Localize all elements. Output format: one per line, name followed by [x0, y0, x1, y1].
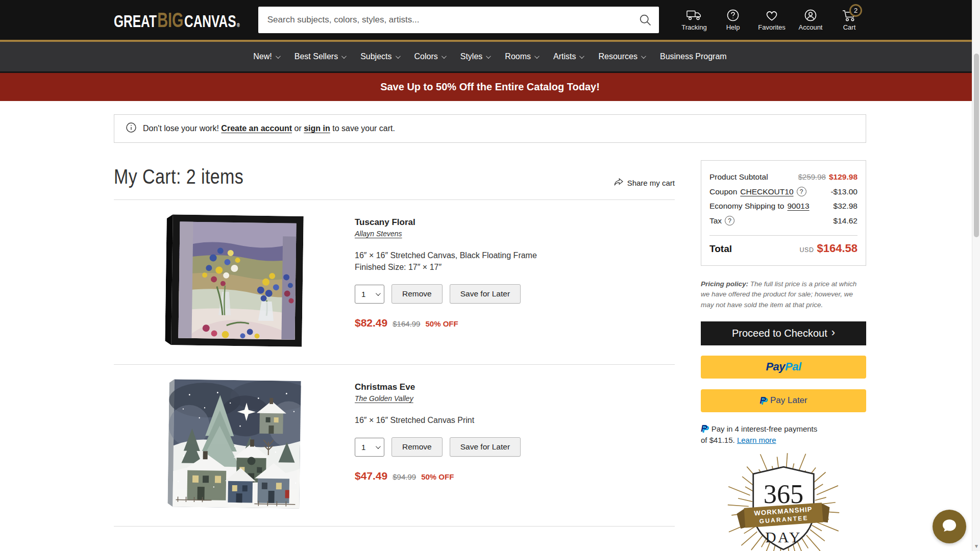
chevron-down-icon — [442, 54, 447, 59]
total-label: Total — [709, 243, 732, 255]
divider — [709, 235, 857, 236]
share-cart-button[interactable]: Share my cart — [614, 178, 675, 188]
cart-count-badge: 2 — [849, 4, 862, 17]
paypal-p-icon: PP — [701, 424, 707, 434]
nav-item-styles[interactable]: Styles — [460, 52, 490, 61]
list-price: $94.99 — [393, 472, 416, 481]
chevron-down-icon — [579, 54, 584, 59]
shipping-value: $32.98 — [834, 202, 857, 211]
subtotal-value: $129.98 — [829, 172, 857, 181]
chevron-down-icon — [341, 54, 347, 59]
logo-big: BIG — [157, 9, 184, 32]
logo-registered-mark: ® — [237, 22, 240, 28]
paypal-p-icon: PP — [760, 396, 766, 406]
chat-button[interactable] — [933, 510, 966, 543]
share-icon — [614, 178, 624, 188]
chevron-down-icon — [534, 54, 540, 59]
scrollbar-thumb[interactable] — [974, 54, 979, 237]
shipping-zip-link[interactable]: 90013 — [787, 202, 809, 211]
product-name: Christmas Eve — [355, 382, 675, 392]
remove-button[interactable]: Remove — [391, 437, 443, 457]
nav-item-subjects[interactable]: Subjects — [360, 52, 399, 61]
cart-label: Cart — [843, 23, 856, 31]
search-input[interactable] — [258, 7, 659, 33]
currency-code: USD — [800, 246, 814, 254]
coupon-code-link[interactable]: CHECKOUT10 — [740, 187, 793, 196]
shipping-label: Economy Shipping to — [709, 202, 784, 211]
create-account-link[interactable]: Create an account — [221, 124, 292, 133]
artist-link[interactable]: The Golden Valley — [355, 394, 413, 403]
product-image-cell — [114, 379, 355, 508]
total-value: $164.58 — [817, 242, 857, 255]
coupon-help-icon[interactable]: ? — [797, 187, 806, 196]
sign-in-link[interactable]: sign in — [304, 124, 330, 133]
product-image-christmas-eve[interactable] — [167, 379, 301, 509]
order-summary: Product Subtotal $259.98$129.98 Coupon C… — [701, 160, 866, 266]
nav-item-business-program[interactable]: Business Program — [660, 52, 727, 61]
sale-price: $47.49 — [355, 470, 387, 482]
notice-text: Don't lose your work! Create an account … — [143, 124, 395, 133]
scrollbar: ▼ — [972, 0, 980, 551]
favorites-label: Favorites — [758, 23, 785, 31]
subtotal-list-price: $259.98 — [798, 172, 826, 181]
search-icon — [638, 21, 652, 29]
search-button[interactable] — [636, 12, 654, 29]
promo-banner[interactable]: Save Up to 50% Off the Entire Catalog To… — [0, 71, 980, 101]
discount-badge: 50% OFF — [425, 319, 458, 328]
learn-more-link[interactable]: Learn more — [737, 436, 776, 444]
chat-bubble-icon — [940, 516, 959, 537]
paypal-pay-later-button[interactable]: PP Pay Later — [701, 389, 866, 412]
nav-item-rooms[interactable]: Rooms — [505, 52, 538, 61]
order-summary-sidebar: Product Subtotal $259.98$129.98 Coupon C… — [701, 160, 866, 551]
favorites-button[interactable]: Favorites — [755, 9, 789, 31]
chevron-down-icon — [395, 54, 400, 59]
save-for-later-button[interactable]: Save for Later — [450, 284, 521, 304]
truck-icon — [686, 9, 702, 22]
product-image-tuscany-floral[interactable] — [165, 214, 304, 347]
nav-item-new[interactable]: New! — [253, 52, 279, 61]
scrollbar-down-arrow[interactable]: ▼ — [972, 543, 980, 549]
brand-logo[interactable]: GREATBIGCANVAS® — [114, 9, 240, 32]
tracking-label: Tracking — [681, 23, 706, 31]
tax-help-icon[interactable]: ? — [725, 216, 734, 226]
nav-item-colors[interactable]: Colors — [414, 52, 445, 61]
help-label: Help — [726, 23, 740, 31]
main-navigation: New! Best Sellers Subjects Colors Styles… — [0, 40, 980, 71]
remove-button[interactable]: Remove — [391, 284, 443, 304]
chevron-down-icon — [276, 54, 281, 59]
page-title: My Cart: 2 items — [114, 165, 243, 188]
save-cart-notice: Don't lose your work! Create an account … — [114, 114, 866, 143]
quantity-select[interactable]: 1 — [355, 438, 384, 457]
chevron-down-icon — [376, 444, 381, 449]
cart-section: My Cart: 2 items Share my cart — [114, 143, 675, 527]
quantity-select[interactable]: 1 — [355, 285, 384, 304]
cart-item-tuscany-floral: Tuscany Floral Allayn Stevens 16″ × 16″ … — [114, 200, 675, 364]
badge-number: 365 — [764, 479, 804, 509]
chevron-down-icon — [486, 54, 491, 59]
product-image-cell — [114, 214, 355, 346]
chevron-down-icon — [641, 54, 646, 59]
cart-button[interactable]: 2 Cart — [832, 9, 866, 31]
proceed-to-checkout-button[interactable]: Proceed to Checkout › — [701, 321, 866, 345]
account-button[interactable]: Account — [794, 9, 827, 31]
product-description: 16″ × 16″ Stretched Canvas, Black Floati… — [355, 249, 675, 273]
pay-in-4-note: PP Pay in 4 interest-free payments of $4… — [701, 423, 866, 446]
badge-day: DAY — [765, 530, 802, 546]
tracking-button[interactable]: Tracking — [677, 9, 711, 31]
paypal-button[interactable]: PayPal — [701, 356, 866, 379]
paypal-logo: PayPal — [766, 360, 801, 373]
chevron-down-icon — [376, 291, 381, 296]
info-icon — [126, 122, 137, 135]
header-actions: Tracking Help — [677, 9, 866, 31]
tax-label: Tax — [709, 216, 722, 226]
save-for-later-button[interactable]: Save for Later — [450, 437, 521, 457]
workmanship-guarantee-badge: 365 WORKMANSHIP GUARANTEE DAY — [701, 449, 866, 551]
list-price: $164.99 — [393, 319, 420, 328]
artist-link[interactable]: Allayn Stevens — [355, 230, 402, 238]
divider — [114, 526, 675, 527]
help-button[interactable]: Help — [716, 9, 750, 31]
nav-item-best-sellers[interactable]: Best Sellers — [295, 52, 345, 61]
nav-item-artists[interactable]: Artists — [553, 52, 583, 61]
chevron-right-icon: › — [831, 326, 835, 339]
nav-item-resources[interactable]: Resources — [598, 52, 644, 61]
